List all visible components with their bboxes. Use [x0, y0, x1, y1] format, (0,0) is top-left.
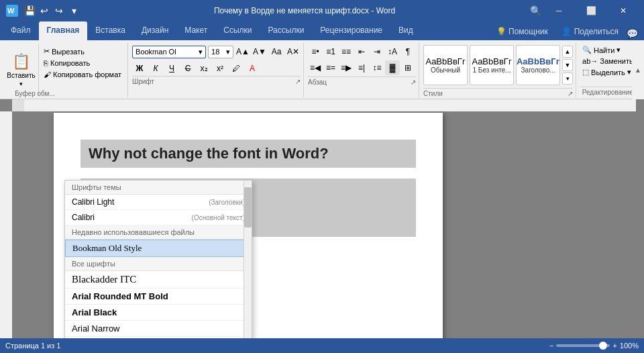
select-icon: ⬚: [582, 68, 589, 77]
font-group-label: Шрифт ↗: [132, 76, 301, 85]
paragraph-group-label: Абзац ↗: [308, 77, 416, 86]
strikethrough-button[interactable]: С: [180, 61, 195, 76]
font-arial-black[interactable]: Arial Black: [65, 305, 252, 321]
zoom-out-button[interactable]: −: [549, 342, 553, 350]
tab-file[interactable]: Файл: [3, 21, 39, 40]
horizontal-ruler: [12, 99, 636, 111]
share-button[interactable]: 👤 Поделиться: [555, 24, 625, 40]
zoom-slider[interactable]: [556, 344, 610, 347]
help-button[interactable]: 💡 Помощник: [490, 24, 555, 40]
justify-button[interactable]: ≡|: [354, 60, 369, 75]
numbering-button[interactable]: ≡1: [323, 44, 338, 59]
save-icon[interactable]: 💾: [23, 4, 36, 17]
document-area: Why not change the font in Word? о, что …: [0, 99, 644, 338]
comment-icon[interactable]: 💬: [625, 27, 639, 40]
clear-formatting-button[interactable]: A✕: [286, 44, 301, 59]
find-button[interactable]: 🔍 Найти ▾: [580, 44, 635, 56]
italic-button[interactable]: К: [148, 61, 163, 76]
style-scroll-down[interactable]: ▼: [562, 59, 573, 71]
zoom-in-button[interactable]: +: [612, 342, 616, 350]
align-left-button[interactable]: ≡◀: [308, 60, 323, 75]
font-size-selector[interactable]: 18 ▾: [208, 46, 233, 58]
search-icon[interactable]: 🔍: [529, 4, 542, 17]
font-name-selector[interactable]: Bookman Ol ▾: [132, 46, 206, 58]
tab-layout[interactable]: Макет: [176, 21, 215, 40]
bullets-button[interactable]: ≡•: [308, 44, 323, 59]
dropdown-scrollbar[interactable]: [244, 181, 252, 338]
paste-button[interactable]: 📋 Вставить ▾: [4, 44, 39, 96]
all-fonts-label: Все шрифты: [65, 257, 252, 271]
tab-mailings[interactable]: Рассылки: [260, 21, 313, 40]
redo-icon[interactable]: ↪: [52, 4, 66, 17]
font-group: Bookman Ol ▾ 18 ▾ A▲ A▼ Аа A✕ Ж К Ч С x₂…: [129, 43, 304, 97]
font-color-button[interactable]: A: [245, 61, 260, 76]
cut-button[interactable]: ✂ Вырезать: [42, 46, 123, 57]
shading-button[interactable]: ▓: [385, 60, 400, 75]
font-calibri[interactable]: Calibri (Основной текст): [65, 210, 252, 225]
tab-view[interactable]: Вид: [390, 21, 421, 40]
minimize-button[interactable]: ─: [543, 0, 574, 21]
subscript-button[interactable]: x₂: [197, 61, 211, 76]
change-case-button[interactable]: Аа: [269, 44, 284, 59]
superscript-button[interactable]: x²: [213, 61, 227, 76]
zoom-level: 100%: [620, 342, 639, 350]
scrollbar-thumb[interactable]: [244, 187, 252, 228]
show-formatting-button[interactable]: ¶: [400, 44, 415, 59]
underline-button[interactable]: Ч: [164, 61, 179, 76]
tab-review[interactable]: Рецензирование: [312, 21, 390, 40]
align-right-button[interactable]: ≡▶: [339, 60, 354, 75]
find-dropdown-icon: ▾: [616, 46, 621, 54]
style-no-interval[interactable]: AaBbВвГг 1 Без инте...: [470, 45, 514, 85]
multilevel-list-button[interactable]: ≡≡: [339, 44, 354, 59]
style-expand[interactable]: ▾: [562, 72, 573, 85]
styles-group-label: Стили ↗: [423, 88, 573, 97]
font-arial-1[interactable]: Arial: [65, 337, 252, 338]
restore-button[interactable]: ⬜: [576, 0, 606, 21]
svg-rect-2: [12, 99, 636, 111]
replace-icon: ab→: [582, 57, 598, 65]
decrease-indent-button[interactable]: ⇤: [354, 44, 369, 59]
align-center-button[interactable]: ≡=: [323, 60, 338, 75]
tab-home[interactable]: Главная: [39, 21, 88, 40]
format-painter-button[interactable]: 🖌 Копировать формат: [42, 69, 123, 80]
document-heading: Why not change the font in Word?: [80, 140, 416, 168]
select-button[interactable]: ⬚ Выделить ▾: [580, 66, 635, 78]
para-dialog-launcher[interactable]: ↗: [411, 79, 416, 86]
ribbon-collapse-button[interactable]: ▲: [632, 40, 644, 99]
select-dropdown-icon: ▾: [627, 68, 631, 77]
cut-icon: ✂: [44, 47, 50, 56]
ribbon: 📋 Вставить ▾ ✂ Вырезать ⎘ Копировать 🖌 К…: [0, 40, 644, 99]
status-bar: Страница 1 из 1 − + 100%: [0, 338, 644, 353]
increase-font-button[interactable]: A▲: [235, 44, 250, 59]
increase-indent-button[interactable]: ⇥: [370, 44, 384, 59]
customize-qat-icon[interactable]: ▾: [67, 4, 80, 17]
copy-button[interactable]: ⎘ Копировать: [42, 58, 123, 68]
text-highlight-button[interactable]: 🖊: [229, 61, 244, 76]
sort-button[interactable]: ↕A: [385, 44, 400, 59]
font-dialog-launcher[interactable]: ↗: [295, 78, 301, 85]
decrease-font-button[interactable]: A▼: [252, 44, 267, 59]
close-button[interactable]: ✕: [608, 0, 639, 21]
font-arial-rounded-mt-bold[interactable]: Arial Rounded MT Bold: [65, 289, 252, 305]
line-spacing-button[interactable]: ↕≡: [370, 60, 384, 75]
styles-dialog-launcher[interactable]: ↗: [568, 90, 573, 97]
style-scroll-up[interactable]: ▲: [562, 46, 573, 58]
word-logo-icon: W: [5, 4, 19, 17]
replace-button[interactable]: ab→ Заменить: [580, 56, 635, 66]
font-blackadder[interactable]: Blackadder ITC: [65, 271, 252, 289]
tab-design[interactable]: Дизайн: [133, 21, 176, 40]
undo-icon[interactable]: ↩: [38, 4, 51, 17]
font-arial-narrow-1[interactable]: Arial Narrow: [65, 321, 252, 337]
bold-button[interactable]: Ж: [132, 61, 147, 76]
tab-references[interactable]: Ссылки: [215, 21, 260, 40]
style-heading1[interactable]: AaBbВвГг Заголово...: [516, 45, 560, 85]
borders-button[interactable]: ⊞: [400, 60, 415, 75]
lightbulb-icon: 💡: [496, 27, 506, 36]
tab-insert[interactable]: Вставка: [87, 21, 133, 40]
page-info: Страница 1 из 1: [5, 342, 60, 350]
style-normal[interactable]: AaBbВвГг Обычный: [423, 45, 468, 85]
font-bookman-old-style[interactable]: Bookman Old Style: [65, 240, 252, 257]
zoom-slider-thumb: [599, 342, 607, 350]
font-calibri-light[interactable]: Calibri Light (Заголовки): [65, 195, 252, 210]
title-bar: W 💾 ↩ ↪ ▾ Почему в Ворде не меняется шри…: [0, 0, 644, 21]
